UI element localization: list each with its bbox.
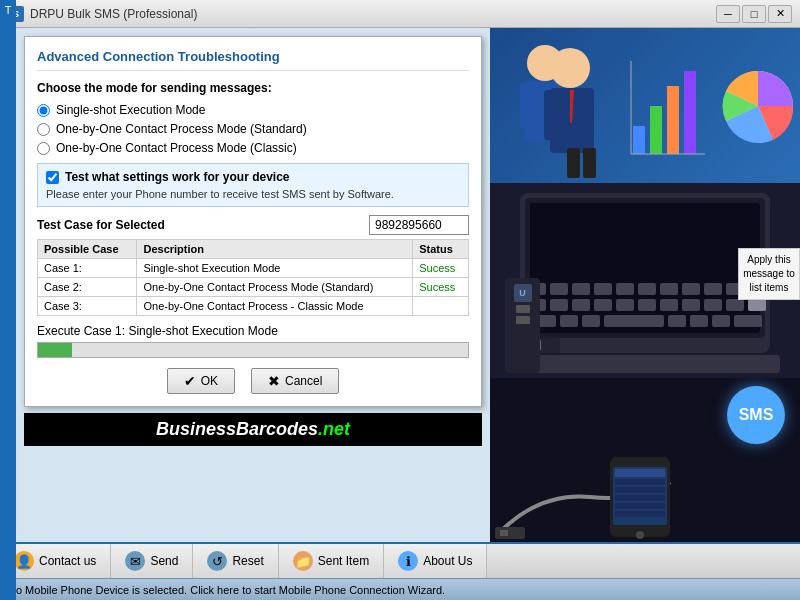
svg-rect-49: [734, 315, 762, 327]
business-banner: BusinessBarcodes.net: [24, 413, 482, 446]
case-table: Possible Case Description Status Case 1:…: [37, 239, 469, 316]
test-case-label: Test Case for Selected: [37, 218, 165, 232]
maximize-button[interactable]: □: [742, 5, 766, 23]
send-button[interactable]: ✉ Send: [111, 544, 193, 578]
svg-rect-60: [615, 503, 665, 509]
svg-rect-40: [704, 299, 722, 311]
col-possible-case: Possible Case: [38, 240, 137, 259]
svg-rect-50: [748, 299, 766, 311]
radio-item-3: One-by-One Contact Process Mode (Classic…: [37, 141, 469, 155]
dialog-buttons: ✔ OK ✖ Cancel: [37, 368, 469, 394]
svg-rect-22: [550, 283, 568, 295]
svg-rect-13: [684, 71, 696, 154]
test-checkbox-row: Test what settings work for your device: [46, 170, 460, 184]
about-icon: ℹ: [398, 551, 418, 571]
test-checkbox[interactable]: [46, 171, 59, 184]
case-status-1: Sucess: [413, 259, 469, 278]
svg-point-4: [550, 48, 590, 88]
right-column: U SMS: [490, 28, 800, 542]
svg-rect-6: [544, 90, 557, 140]
mode-radio-group: Single-shot Execution Mode One-by-One Co…: [37, 103, 469, 155]
case-status-2: Sucess: [413, 278, 469, 297]
case-id-1: Case 1:: [38, 259, 137, 278]
col-status: Status: [413, 240, 469, 259]
phone-input[interactable]: [369, 215, 469, 235]
svg-rect-11: [650, 106, 662, 154]
svg-rect-57: [615, 479, 665, 485]
progress-fill: [38, 343, 72, 357]
svg-rect-29: [704, 283, 722, 295]
svg-rect-12: [667, 86, 679, 154]
svg-rect-56: [615, 469, 665, 477]
people-svg: [490, 28, 620, 183]
col-description: Description: [137, 240, 413, 259]
test-label: Test what settings work for your device: [65, 170, 290, 184]
sent-item-button[interactable]: 📁 Sent Item: [279, 544, 384, 578]
case-id-3: Case 3:: [38, 297, 137, 316]
case-desc-2: One-by-One Contact Process Mode (Standar…: [137, 278, 413, 297]
test-case-header: Test Case for Selected: [37, 215, 469, 235]
svg-rect-20: [510, 355, 780, 373]
table-row: Case 2: One-by-One Contact Process Mode …: [38, 278, 469, 297]
phone-sms-area: SMS: [490, 378, 800, 542]
cancel-button[interactable]: ✖ Cancel: [251, 368, 339, 394]
svg-rect-47: [690, 315, 708, 327]
main-area: T Advanced Connection Troubleshooting Ch…: [0, 28, 800, 542]
about-us-button[interactable]: ℹ About Us: [384, 544, 487, 578]
radio-mode1[interactable]: [37, 104, 50, 117]
svg-rect-10: [633, 126, 645, 154]
mode-label: Choose the mode for sending messages:: [37, 81, 469, 95]
troubleshoot-dialog: Advanced Connection Troubleshooting Choo…: [24, 36, 482, 407]
phone-svg: [490, 452, 690, 542]
radio-mode2[interactable]: [37, 123, 50, 136]
status-bar[interactable]: No Mobile Phone Device is selected. Clic…: [0, 578, 800, 600]
usb-standalone: U: [505, 278, 540, 373]
business-people-illustration: [490, 28, 620, 183]
about-us-label: About Us: [423, 554, 472, 568]
apply-msg-label: Apply this message to list items: [743, 254, 795, 293]
window-controls: ─ □ ✕: [716, 5, 792, 23]
svg-rect-35: [594, 299, 612, 311]
svg-rect-19: [530, 203, 760, 333]
case-desc-1: Single-shot Execution Mode: [137, 259, 413, 278]
svg-rect-61: [615, 511, 665, 517]
svg-rect-46: [668, 315, 686, 327]
svg-rect-25: [616, 283, 634, 295]
contact-icon: 👤: [14, 551, 34, 571]
bottom-toolbar: 👤 Contact us ✉ Send ↺ Reset 📁 Sent Item …: [0, 542, 800, 578]
svg-rect-63: [495, 527, 525, 539]
contact-us-button[interactable]: 👤 Contact us: [0, 544, 111, 578]
bar-chart-svg: [628, 56, 708, 156]
radio-label-2: One-by-One Contact Process Mode (Standar…: [56, 122, 307, 136]
sent-item-icon: 📁: [293, 551, 313, 571]
minimize-button[interactable]: ─: [716, 5, 740, 23]
reset-icon: ↺: [207, 551, 227, 571]
apply-message-button[interactable]: Apply this message to list items: [738, 248, 800, 300]
reset-button[interactable]: ↺ Reset: [193, 544, 278, 578]
svg-rect-26: [638, 283, 656, 295]
pie-chart-svg: [718, 66, 798, 146]
svg-rect-33: [550, 299, 568, 311]
svg-rect-28: [682, 283, 700, 295]
svg-rect-48: [712, 315, 730, 327]
close-button[interactable]: ✕: [768, 5, 792, 23]
svg-rect-23: [572, 283, 590, 295]
sms-bubble: SMS: [727, 386, 785, 444]
radio-mode3[interactable]: [37, 142, 50, 155]
cancel-label: Cancel: [285, 374, 322, 388]
svg-rect-64: [500, 530, 508, 536]
svg-point-62: [636, 531, 644, 539]
ok-label: OK: [201, 374, 218, 388]
case-status-3: [413, 297, 469, 316]
ok-button[interactable]: ✔ OK: [167, 368, 235, 394]
case-desc-3: One-by-One Contact Process - Classic Mod…: [137, 297, 413, 316]
banner-text: BusinessBarcodes.net: [156, 419, 350, 439]
svg-rect-58: [615, 487, 665, 493]
status-text: No Mobile Phone Device is selected. Clic…: [8, 584, 445, 596]
svg-rect-43: [560, 315, 578, 327]
svg-rect-39: [682, 299, 700, 311]
svg-rect-2: [520, 83, 532, 128]
svg-rect-36: [616, 299, 634, 311]
table-row: Case 1: Single-shot Execution Mode Suces…: [38, 259, 469, 278]
svg-rect-34: [572, 299, 590, 311]
